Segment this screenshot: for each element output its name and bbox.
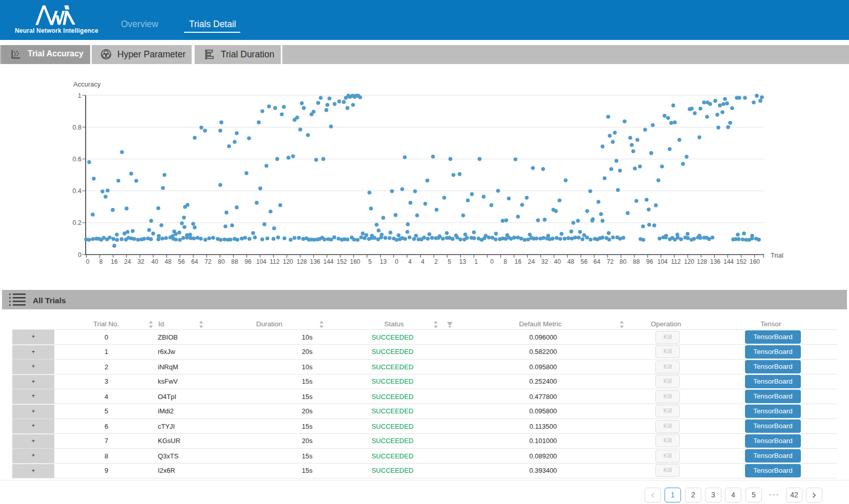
svg-text:0: 0 [78, 251, 81, 259]
svg-text:120: 120 [684, 258, 694, 265]
svg-text:32: 32 [137, 258, 144, 265]
svg-text:112: 112 [671, 258, 680, 265]
svg-text:8: 8 [504, 258, 507, 265]
svg-text:0.2: 0.2 [73, 219, 81, 226]
svg-text:1: 1 [78, 92, 81, 99]
svg-text:32: 32 [541, 258, 548, 265]
svg-text:136: 136 [710, 258, 720, 265]
svg-text:4: 4 [421, 258, 425, 265]
svg-text:Accuracy: Accuracy [73, 80, 101, 88]
svg-text:8: 8 [99, 258, 103, 265]
svg-text:0: 0 [86, 258, 90, 265]
svg-text:144: 144 [323, 258, 334, 265]
svg-text:72: 72 [204, 258, 212, 265]
svg-text:152: 152 [736, 258, 747, 265]
svg-text:16: 16 [111, 258, 118, 265]
svg-text:80: 80 [218, 258, 225, 265]
svg-text:56: 56 [581, 258, 588, 265]
svg-text:16: 16 [514, 258, 522, 265]
svg-text:88: 88 [231, 258, 238, 265]
svg-text:152: 152 [337, 258, 347, 265]
svg-text:128: 128 [697, 258, 707, 265]
svg-text:48: 48 [567, 258, 574, 265]
svg-text:0: 0 [395, 258, 399, 265]
svg-text:0.6: 0.6 [73, 156, 81, 163]
svg-text:0.4: 0.4 [73, 187, 81, 195]
svg-text:88: 88 [633, 258, 640, 265]
svg-text:160: 160 [350, 258, 360, 265]
svg-text:144: 144 [723, 258, 734, 265]
svg-text:2: 2 [434, 258, 438, 265]
svg-text:96: 96 [244, 258, 252, 265]
svg-text:120: 120 [283, 258, 293, 265]
svg-text:13: 13 [380, 258, 387, 265]
svg-text:104: 104 [256, 258, 266, 265]
svg-text:24: 24 [528, 258, 535, 265]
svg-text:1: 1 [474, 258, 478, 265]
svg-text:64: 64 [593, 258, 600, 265]
svg-text:96: 96 [646, 258, 653, 265]
svg-text:24: 24 [124, 258, 131, 265]
svg-text:0.8: 0.8 [73, 124, 81, 131]
svg-text:48: 48 [164, 258, 172, 265]
svg-text:5: 5 [368, 258, 372, 265]
svg-text:40: 40 [151, 258, 158, 265]
svg-text:13: 13 [459, 258, 466, 265]
svg-text:104: 104 [657, 258, 668, 265]
svg-text:128: 128 [297, 258, 307, 265]
svg-text:56: 56 [178, 258, 185, 265]
svg-text:160: 160 [750, 258, 760, 265]
svg-text:5: 5 [448, 258, 451, 265]
svg-text:4: 4 [408, 258, 412, 265]
svg-text:72: 72 [607, 258, 614, 265]
svg-text:40: 40 [554, 258, 561, 265]
svg-text:112: 112 [270, 258, 279, 265]
svg-text:Trial: Trial [771, 251, 783, 259]
svg-text:0: 0 [490, 258, 494, 265]
svg-text:64: 64 [191, 258, 198, 265]
svg-text:80: 80 [619, 258, 627, 265]
svg-text:136: 136 [310, 258, 320, 265]
